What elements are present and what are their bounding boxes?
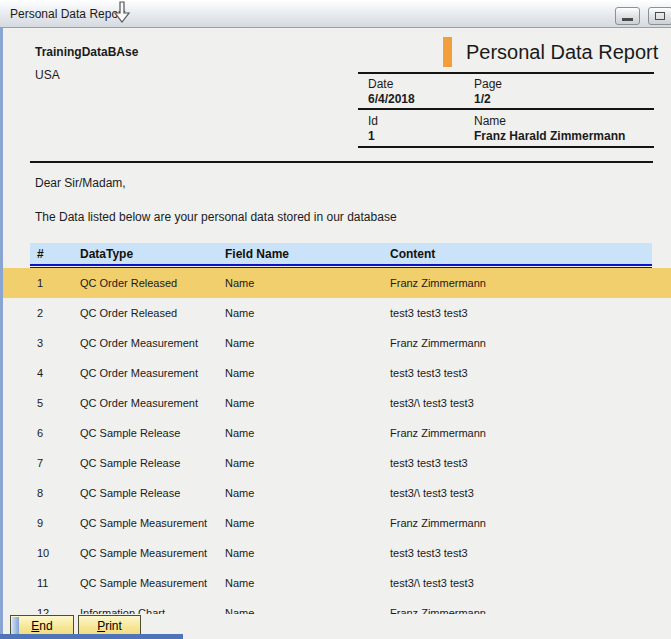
table-row[interactable]: 4 QC Order Measurement Name test3 test3 … [3,358,671,388]
print-button-label: Print [97,619,122,633]
row-content: test3 test3 test3 [390,457,468,469]
row-number: 7 [37,457,43,469]
row-number: 11 [37,577,48,589]
meta-rule-middle [358,108,654,110]
country-label: USA [35,68,60,82]
meta-rule-top [358,72,654,74]
row-content: test3/\ test3 test3 [390,397,474,409]
row-field-name: Name [225,337,254,349]
table-row[interactable]: 6 QC Sample Release Name Franz Zimmerman… [3,418,671,448]
row-field-name: Name [225,487,254,499]
column-header-datatype: DataType [80,247,133,261]
column-header-content: Content [390,247,435,261]
row-content: Franz Zimmermann [390,337,486,349]
row-datatype: QC Order Released [80,277,177,289]
row-number: 1 [37,277,43,289]
row-field-name: Name [225,367,254,379]
row-content: test3 test3 test3 [390,367,468,379]
row-number: 8 [37,487,43,499]
table-header-rule [30,264,652,266]
minimize-icon [622,18,633,21]
page-label: Page [474,77,502,91]
row-number: 10 [37,547,49,559]
row-datatype: QC Sample Release [80,427,180,439]
row-field-name: Name [225,457,254,469]
id-label: Id [368,114,378,128]
row-datatype: QC Sample Measurement [80,517,207,529]
meta-rule-bottom [358,146,654,148]
personal-data-report-window: Personal Data Report TrainingDataBAse US… [0,0,671,639]
column-header-num: # [37,247,44,261]
row-datatype: QC Order Measurement [80,397,198,409]
table-row[interactable]: 1 QC Order Released Name Franz Zimmerman… [3,268,671,298]
company-name: TrainingDataBAse [35,45,138,59]
row-content: test3 test3 test3 [390,547,468,559]
name-label: Name [474,114,506,128]
row-content: test3/\ test3 test3 [390,487,474,499]
row-field-name: Name [225,277,254,289]
table-row[interactable]: 8 QC Sample Release Name test3/\ test3 t… [3,478,671,508]
row-content: test3 test3 test3 [390,307,468,319]
row-content: Franz Zimmermann [390,517,486,529]
row-field-name: Name [225,517,254,529]
table-header: # DataType Field Name Content [30,243,652,264]
date-value: 6/4/2018 [368,92,415,106]
row-datatype: QC Order Released [80,307,177,319]
minimize-button[interactable] [615,7,640,25]
salutation-text: Dear Sir/Madam, [35,176,126,190]
row-field-name: Name [225,307,254,319]
row-datatype: QC Order Measurement [80,367,198,379]
row-number: 4 [37,367,43,379]
row-datatype: QC Sample Release [80,487,180,499]
row-datatype: QC Order Measurement [80,337,198,349]
accent-bar [443,37,452,67]
row-content: test3/\ test3 test3 [390,577,474,589]
end-button-label: End [31,619,52,633]
row-field-name: Name [225,397,254,409]
row-content: Franz Zimmermann [390,277,486,289]
row-datatype: QC Sample Measurement [80,547,207,559]
window-bottom-border [0,634,183,639]
column-header-field-name: Field Name [225,247,289,261]
table-row[interactable]: 7 QC Sample Release Name test3 test3 tes… [3,448,671,478]
window-title: Personal Data Report [10,7,125,21]
table-row[interactable]: 3 QC Order Measurement Name Franz Zimmer… [3,328,671,358]
row-datatype: QC Sample Release [80,457,180,469]
row-field-name: Name [225,577,254,589]
report-title: Personal Data Report [466,41,658,64]
id-value: 1 [368,129,375,143]
header-divider [30,161,653,163]
default-button-strip [12,617,19,635]
row-number: 2 [37,307,43,319]
table-row[interactable]: 5 QC Order Measurement Name test3/\ test… [3,388,671,418]
maximize-icon [655,12,665,20]
page-value: 1/2 [474,92,491,106]
row-content: Franz Zimmermann [390,427,486,439]
row-number: 6 [37,427,43,439]
row-number: 5 [37,397,43,409]
row-number: 9 [37,517,43,529]
intro-text: The Data listed below are your personal … [35,210,397,224]
row-field-name: Name [225,427,254,439]
maximize-button[interactable] [648,7,671,25]
mouse-cursor-icon [113,1,131,29]
row-datatype: QC Sample Measurement [80,577,207,589]
row-field-name: Name [225,547,254,559]
table-row[interactable]: 10 QC Sample Measurement Name test3 test… [3,538,671,568]
table-row[interactable]: 2 QC Order Released Name test3 test3 tes… [3,298,671,328]
table-body: 1 QC Order Released Name Franz Zimmerman… [3,268,671,639]
table-row[interactable]: 11 QC Sample Measurement Name test3/\ te… [3,568,671,598]
title-bar: Personal Data Report [0,0,671,28]
table-row[interactable]: 9 QC Sample Measurement Name Franz Zimme… [3,508,671,538]
row-number: 3 [37,337,43,349]
date-label: Date [368,77,393,91]
name-value: Franz Harald Zimmermann [474,129,625,143]
